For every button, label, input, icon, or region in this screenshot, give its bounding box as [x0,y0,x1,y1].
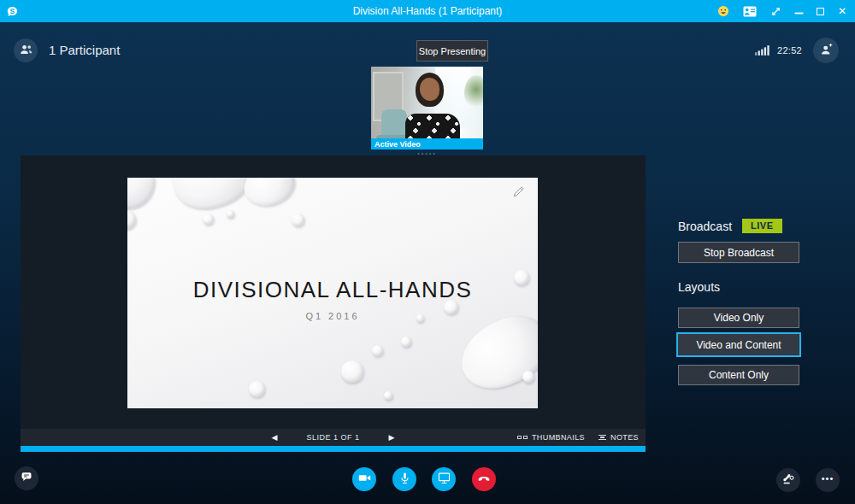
device-settings-icon [781,472,796,489]
stop-broadcast-button[interactable]: Stop Broadcast [678,242,799,263]
broadcast-label: Broadcast [678,220,732,233]
slide-navigation-bar: ◀ SLIDE 1 OF 1 ▶ THUMBNAILS NOTES [21,429,646,446]
slide-view-options: THUMBNAILS NOTES [517,429,639,446]
live-status-badge: LIVE [742,219,781,233]
thumbnails-icon [517,436,528,439]
contact-card-icon[interactable] [743,6,757,17]
slide-counter: SLIDE 1 OF 1 [306,433,359,442]
share-screen-button[interactable] [432,467,456,491]
hang-up-button[interactable] [472,467,496,491]
layout-video-only-button[interactable]: Video Only [678,308,799,328]
emoticon-icon[interactable] [717,5,729,17]
more-options-button[interactable]: ••• [816,468,840,492]
video-camera-button[interactable] [352,467,376,491]
call-timer: 22:52 [777,45,802,56]
annotate-pencil-icon[interactable] [511,185,526,202]
droplet-decoration [227,210,234,218]
photo-person-face [420,78,439,101]
notes-toggle[interactable]: NOTES [598,433,639,442]
skype-logo-icon [6,5,19,18]
layout-video-and-content-button[interactable]: Video and Content [676,332,801,357]
close-button[interactable]: ✕ [838,6,846,16]
hang-up-phone-icon [476,470,492,489]
participant-count: 1 Participant [49,43,120,57]
droplet-decoration [292,214,304,226]
layout-content-only-button[interactable]: Content Only [678,365,799,385]
presentation-slide[interactable]: DIVISIONAL ALL-HANDS Q1 2016 [127,178,538,408]
previous-slide-button[interactable]: ◀ [272,433,278,442]
microphone-button[interactable] [392,467,416,491]
title-bar: Division All-Hands (1 Participant) ✕ [0,0,855,22]
droplet-decoration [249,381,265,397]
meeting-stage-area: 1 Participant Stop Presenting 22:52 Acti… [0,22,855,504]
titlebar-controls: ✕ [717,0,846,22]
add-participant-button[interactable] [813,38,839,63]
add-person-icon [819,42,834,60]
minimize-button[interactable] [795,9,803,14]
chat-bubble-icon [20,470,33,487]
thumbnails-toggle[interactable]: THUMBNAILS [517,433,585,442]
droplet-decoration [384,391,392,400]
microphone-icon [398,471,412,489]
chat-button[interactable] [15,466,38,490]
stop-presenting-button[interactable]: Stop Presenting [416,40,488,62]
ellipsis-icon: ••• [822,473,834,483]
droplet-decoration [341,360,363,383]
call-controls-button[interactable] [776,468,800,492]
video-camera-icon [357,471,372,489]
droplet-decoration [401,337,411,347]
droplet-decoration [203,214,214,225]
slide-subtitle: Q1 2016 [127,311,538,321]
droplet-decoration [127,178,155,208]
fullscreen-icon[interactable] [770,6,781,17]
layouts-section-label: Layouts [678,280,720,294]
content-stage: DIVISIONAL ALL-HANDS Q1 2016 ◀ SLIDE 1 O… [21,155,646,452]
notes-icon [598,435,606,441]
maximize-button[interactable] [817,8,824,15]
monitor-icon [437,471,451,489]
slide-title: DIVISIONAL ALL-HANDS [127,277,538,303]
next-slide-button[interactable]: ▶ [389,433,395,442]
active-video-thumbnail[interactable]: Active Video [371,67,483,149]
droplet-decoration [372,345,383,356]
people-icon [19,42,33,60]
network-signal-icon [755,44,770,60]
photo-plant [464,75,483,111]
droplet-decoration [239,178,299,212]
meeting-window: Division All-Hands (1 Participant) ✕ 1 P… [0,0,855,504]
notes-label: NOTES [610,433,639,442]
active-video-label: Active Video [371,138,483,149]
participant-video-frame [371,67,483,149]
droplet-decoration [522,371,534,383]
participants-button[interactable] [14,38,38,62]
broadcast-section-header: Broadcast LIVE [678,219,782,233]
thumbnails-label: THUMBNAILS [532,433,585,442]
droplet-decoration [127,210,136,229]
presentation-progress-bar [21,446,646,452]
